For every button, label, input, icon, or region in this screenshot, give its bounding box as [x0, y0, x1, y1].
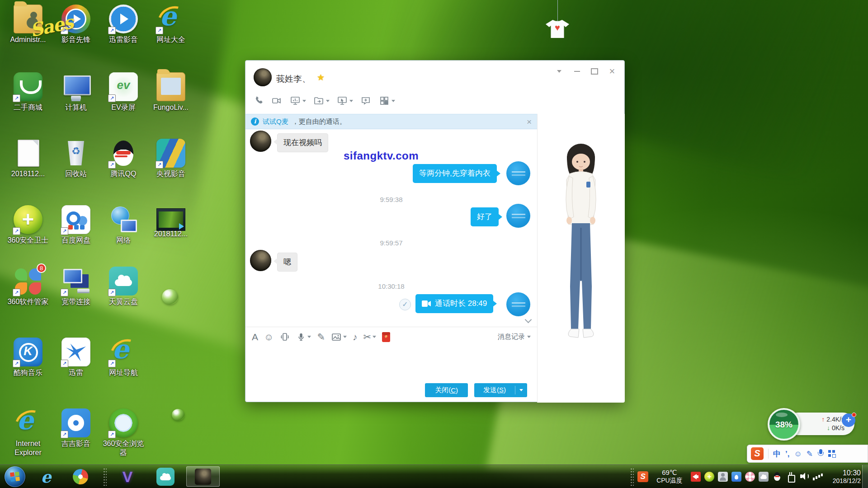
send-image-button[interactable] — [331, 332, 347, 343]
qmic-link[interactable]: 试试Q麦 — [263, 117, 288, 126]
window-shake-button[interactable] — [279, 332, 290, 343]
desktop-icon-fungolive-folder[interactable]: FungoLiv... — [148, 72, 193, 112]
desktop-icon-kugou[interactable]: 酷狗音乐 — [5, 338, 51, 377]
taskbar-cloud-button[interactable] — [156, 468, 175, 486]
self-avatar[interactable] — [506, 161, 530, 185]
desktop-icon-label: 迅雷影音 — [101, 35, 146, 44]
send-button[interactable]: 发送(S) — [474, 386, 515, 394]
contact-avatar[interactable] — [254, 68, 272, 86]
desktop-icon-recycle-bin[interactable]: 回收站 — [53, 139, 99, 178]
tencent-qq-icon — [109, 139, 138, 168]
window-menu-button[interactable] — [554, 67, 564, 76]
desktop-icon-360-browser[interactable]: 360安全浏览器 — [101, 408, 146, 457]
image-icon — [331, 332, 342, 343]
chinese-mode-button[interactable]: 中 — [773, 450, 781, 458]
dropdown-caret[interactable] — [326, 100, 330, 102]
clock[interactable]: 10:30 2018/12/2 — [833, 469, 861, 484]
desktop-icon-computer[interactable]: 计算机 — [53, 72, 99, 112]
voice-message-button[interactable] — [296, 332, 311, 343]
taskbar-ie-button[interactable] — [36, 468, 56, 486]
contact-avatar[interactable] — [250, 131, 271, 152]
dropdown-caret[interactable] — [527, 336, 531, 338]
tray-power-icon[interactable] — [786, 472, 796, 482]
taskbar-active-qq-window[interactable] — [186, 466, 220, 487]
dropdown-caret[interactable] — [307, 336, 311, 338]
tray-cloud-icon[interactable] — [759, 472, 769, 482]
dropdown-caret[interactable] — [302, 100, 306, 102]
minimize-button[interactable] — [572, 67, 582, 76]
memory-ball[interactable]: 38% — [768, 408, 800, 441]
taskbar-vegas-button[interactable] — [118, 468, 137, 486]
desktop-icon-broadband[interactable]: 宽带连接 — [53, 267, 99, 306]
red-packet-button[interactable] — [382, 332, 390, 342]
maximize-button[interactable] — [590, 67, 599, 76]
show-desktop-button[interactable] — [862, 465, 868, 488]
font-button[interactable]: A — [252, 332, 258, 342]
scroll-to-bottom-icon[interactable] — [524, 317, 533, 323]
apps-button[interactable] — [377, 94, 396, 108]
tray-sogou-icon[interactable]: S — [637, 471, 648, 482]
desktop-icon-url-daquan[interactable]: 网址大全 — [148, 5, 193, 44]
self-avatar[interactable] — [506, 292, 530, 316]
voice-call-button[interactable] — [252, 94, 265, 108]
desktop-icon-network[interactable]: 网络 — [101, 205, 146, 245]
desktop-icon-360-safe[interactable]: 360安全卫士 — [5, 205, 51, 245]
desktop-icon-baidu-pan[interactable]: 百度网盘 — [53, 205, 99, 245]
desktop-icon-document[interactable]: 2018112... — [5, 139, 51, 178]
toolbox-grid-icon[interactable] — [828, 450, 835, 457]
tray-flower-icon[interactable] — [745, 472, 755, 482]
emoji-panel-button[interactable]: ☺ — [794, 450, 802, 458]
dropdown-caret[interactable] — [373, 336, 376, 338]
dropdown-caret[interactable] — [349, 100, 353, 102]
desktop-icon-video-file[interactable]: 2018112... — [148, 205, 193, 239]
handwriting-button[interactable]: ✎ — [317, 332, 325, 342]
send-file-button[interactable] — [311, 94, 331, 108]
tray-drive-icon[interactable] — [731, 472, 741, 482]
close-window-button[interactable]: × — [607, 67, 617, 76]
punctuation-button[interactable]: ’, — [785, 450, 789, 458]
tray-volume-icon[interactable] — [799, 472, 809, 482]
tray-360-shield-icon[interactable] — [704, 472, 714, 482]
handwriting-pad-button[interactable]: ✎ — [807, 450, 813, 458]
sogou-logo-icon[interactable]: S — [751, 447, 764, 460]
net-speed-widget[interactable]: ↑2.4K/s ↓0K/s 38% + — [768, 408, 856, 441]
tray-qq-icon[interactable] — [772, 472, 782, 482]
dropdown-caret[interactable] — [392, 100, 395, 102]
contact-avatar[interactable] — [250, 250, 271, 271]
screen-demo-button[interactable] — [288, 94, 307, 108]
desktop-icon-ev-capture[interactable]: EV录屏 — [101, 72, 146, 112]
tray-network-signal-icon[interactable] — [813, 472, 824, 482]
desktop-icon-nav-site[interactable]: 网址导航 — [101, 338, 146, 377]
call-record-bubble[interactable]: 通话时长 28:49 — [415, 294, 493, 313]
tray-announcement-icon[interactable] — [691, 472, 701, 482]
send-options-caret[interactable] — [515, 389, 527, 391]
accelerate-button[interactable]: + — [842, 413, 855, 427]
remote-desktop-button[interactable] — [335, 94, 354, 108]
self-avatar[interactable] — [506, 204, 530, 228]
emoji-button[interactable]: ☺ — [264, 332, 274, 342]
screenshot-button[interactable]: ✂ — [363, 332, 377, 342]
video-call-button[interactable] — [269, 94, 284, 108]
create-group-button[interactable] — [359, 94, 373, 108]
tray-user-icon[interactable] — [718, 472, 728, 482]
shortcut-arrow-icon — [108, 94, 116, 102]
desktop-icon-cctv-video[interactable]: 央视影音 — [148, 139, 193, 178]
taskbar-sogou-button[interactable] — [71, 468, 90, 486]
desktop-icon-tianyi-cloud[interactable]: 天翼云盘 — [101, 267, 146, 306]
desktop-icon-360-software[interactable]: 8 360软件管家 — [5, 267, 51, 306]
dropdown-caret[interactable] — [343, 336, 347, 338]
start-button[interactable] — [5, 466, 25, 487]
close-chat-button[interactable]: 关闭(C) — [425, 383, 468, 397]
banner-close-icon[interactable]: × — [527, 117, 532, 126]
desktop-icon-xunlei-player[interactable]: 迅雷影音 — [101, 5, 146, 44]
message-history-button[interactable]: 消息记录 — [498, 333, 531, 341]
voice-input-icon[interactable] — [817, 449, 824, 458]
desktop-icon-tencent-qq[interactable]: 腾讯QQ — [101, 139, 146, 178]
desktop-icon-internet-explorer[interactable]: Internet Explorer — [5, 408, 51, 457]
music-button[interactable]: ♪ — [353, 332, 358, 342]
desktop-icon-ershou-mall[interactable]: 二手商城 — [5, 72, 51, 112]
send-button-group[interactable]: 发送(S) — [474, 383, 527, 397]
desktop-icon-jiji-player[interactable]: 吉吉影音 — [53, 408, 99, 448]
message-input-area[interactable] — [245, 347, 537, 377]
desktop-icon-xunlei[interactable]: 迅雷 — [53, 338, 99, 377]
